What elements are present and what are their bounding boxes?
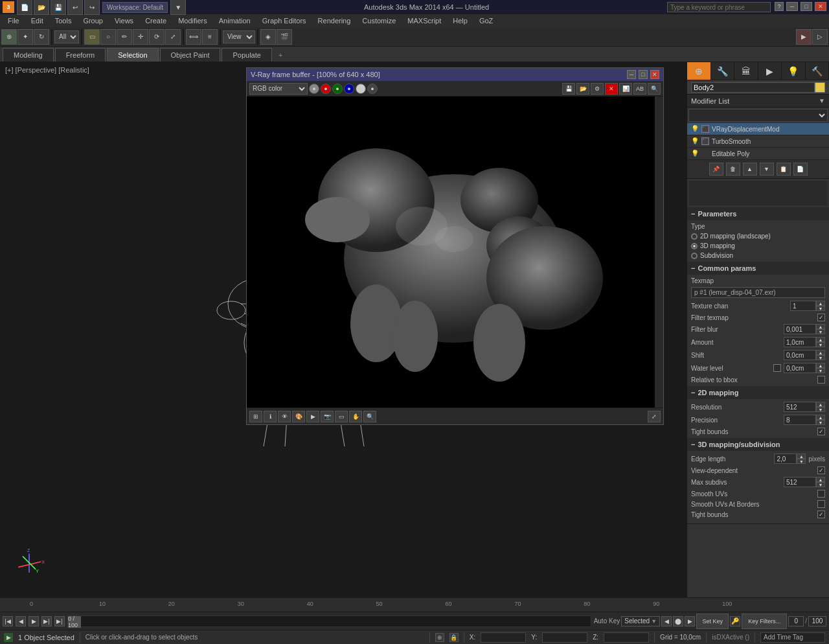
open-btn[interactable]: 📂 (34, 0, 49, 15)
panel-tab-create[interactable]: ⊕ (687, 62, 711, 80)
vray-close-x[interactable]: ✕ (605, 83, 618, 95)
add-time-tag-field[interactable]: Add Time Tag (760, 632, 825, 643)
close-btn[interactable]: ✕ (815, 2, 826, 11)
max-subdivs-input[interactable] (784, 477, 816, 487)
rotate-tool[interactable]: ↻ (34, 29, 49, 45)
filter-blur-input[interactable] (784, 324, 816, 334)
vray-frame-buffer[interactable]: V-Ray frame buffer - [100% of 640 x 480]… (246, 67, 664, 425)
panel-tab-display[interactable]: 💡 (782, 62, 806, 80)
vray-foot-pan[interactable]: ✋ (349, 411, 362, 422)
params-header[interactable]: − Parameters (687, 207, 829, 220)
menu-create[interactable]: Create (140, 16, 172, 26)
workspace-arrow[interactable]: ▼ (170, 0, 186, 15)
amount-up[interactable]: ▲ (816, 337, 825, 342)
snap-icon[interactable]: ⊕ (435, 633, 444, 642)
material-editor[interactable]: ◈ (260, 29, 276, 45)
menu-views[interactable]: Views (109, 16, 139, 26)
texture-chan-down[interactable]: ▼ (816, 306, 825, 311)
frame-num-input[interactable] (788, 616, 804, 627)
vray-color-red[interactable]: ● (321, 84, 331, 94)
select-region-lasso[interactable]: ✏ (117, 29, 132, 45)
mapping-2d-header[interactable]: − 2D mapping (687, 386, 829, 399)
move-tool[interactable]: ✦ (17, 29, 33, 45)
menu-graph-editors[interactable]: Graph Editors (257, 16, 312, 26)
modifier-editable-poly[interactable]: 💡 Editable Poly (687, 148, 829, 160)
vray-hist[interactable]: 📊 (619, 83, 632, 95)
mod-btn-trash[interactable]: 🗑 (726, 163, 740, 176)
timeline-track[interactable]: 0 / 100 (67, 615, 591, 627)
filter-blur-up[interactable]: ▲ (816, 324, 825, 329)
mod-btn-up[interactable]: ▲ (743, 163, 757, 176)
vray-minimize[interactable]: ─ (627, 70, 636, 79)
object-name-input[interactable] (691, 82, 815, 93)
vray-color-dark[interactable]: ● (367, 84, 378, 94)
scale-transform[interactable]: ⤢ (165, 29, 181, 45)
texture-chan-input[interactable] (790, 301, 816, 311)
max-subdivs-down[interactable]: ▼ (816, 482, 825, 487)
save-btn[interactable]: 💾 (51, 0, 66, 15)
vray-restore[interactable]: □ (639, 70, 648, 79)
key-filters-btn[interactable]: Key Filters... (742, 614, 787, 629)
render-btn[interactable]: ▶ (796, 29, 812, 45)
texmap-value[interactable]: p #1 (lemur_disp-04_07.exr) (691, 287, 825, 298)
vray-ab[interactable]: AB (633, 83, 646, 95)
menu-group[interactable]: Group (78, 16, 108, 26)
tab-freeform[interactable]: Freeform (55, 48, 106, 62)
modifier-dropdown[interactable] (689, 109, 827, 121)
mod-btn-copy[interactable]: 📄 (793, 163, 808, 176)
water-level-down[interactable]: ▼ (816, 368, 825, 373)
new-btn[interactable]: 📄 (17, 0, 32, 15)
menu-tools[interactable]: Tools (50, 16, 77, 26)
amount-down[interactable]: ▼ (816, 342, 825, 347)
select-region-circle[interactable]: ○ (100, 29, 116, 45)
maximize-btn[interactable]: □ (801, 2, 812, 11)
amount-input[interactable] (784, 337, 816, 347)
water-level-up[interactable]: ▲ (816, 363, 825, 368)
vray-foot-region[interactable]: ▭ (335, 411, 348, 422)
menu-animation[interactable]: Animation (214, 16, 256, 26)
vray-color-blue[interactable]: ● (344, 84, 354, 94)
resolution-down[interactable]: ▼ (816, 407, 825, 412)
type-3d-radio[interactable]: 3D mapping (691, 242, 735, 249)
vray-foot-expand[interactable]: ⤢ (648, 411, 661, 422)
menu-help[interactable]: Help (448, 16, 473, 26)
timeline-back[interactable]: ◀ (16, 616, 26, 627)
timeline-prev[interactable]: |◀ (3, 616, 13, 627)
vray-foot-camera[interactable]: 📷 (321, 411, 334, 422)
rotate-transform[interactable]: ⟳ (149, 29, 165, 45)
max-subdivs-up[interactable]: ▲ (816, 477, 825, 482)
view-dependent-checkbox[interactable] (817, 466, 825, 474)
vray-color-green[interactable]: ● (332, 84, 343, 94)
filter-texmap-checkbox[interactable] (817, 314, 825, 321)
keyframe-prev[interactable]: ◀ (661, 616, 672, 627)
tab-populate[interactable]: Populate (221, 48, 271, 62)
keyframe-add[interactable]: ⬤ (673, 616, 683, 627)
texture-chan-up[interactable]: ▲ (816, 301, 825, 306)
vray-lens[interactable]: 🔍 (648, 83, 661, 95)
tab-modeling[interactable]: Modeling (3, 48, 54, 62)
undo-btn[interactable]: ↩ (67, 0, 83, 15)
edge-length-up[interactable]: ▲ (797, 454, 806, 459)
color-mode-select[interactable]: RGB color (249, 83, 308, 95)
y-value[interactable] (542, 632, 587, 643)
water-level-input[interactable] (784, 363, 816, 373)
framebar[interactable]: 0 10 20 30 40 50 60 70 80 90 100 (0, 597, 829, 612)
align-tool[interactable]: ≡ (202, 29, 218, 45)
precision-input[interactable] (784, 415, 816, 425)
frame-total-input[interactable] (808, 616, 826, 627)
set-key-btn[interactable]: Set Key (696, 614, 729, 629)
minimize-btn[interactable]: ─ (786, 2, 798, 11)
vray-close[interactable]: ✕ (650, 70, 659, 79)
view-select[interactable]: View (223, 30, 255, 43)
object-color-swatch[interactable] (815, 82, 825, 93)
mapping-3d-header[interactable]: − 3D mapping/subdivision (687, 438, 829, 451)
smooth-uvs-checkbox[interactable] (817, 490, 825, 498)
resolution-input[interactable] (784, 402, 816, 412)
water-level-checkbox[interactable] (773, 364, 781, 372)
modifier-vray-displacement[interactable]: 💡 ⬛ VRayDisplacementMod (687, 123, 829, 135)
vray-color-reset[interactable]: ● (309, 84, 319, 94)
panel-tab-hierarchy[interactable]: 🏛 (734, 62, 758, 80)
tight-bounds-2d-checkbox[interactable] (817, 428, 825, 435)
mirror-tool[interactable]: ⟺ (186, 29, 201, 45)
common-params-header[interactable]: − Common params (687, 262, 829, 275)
